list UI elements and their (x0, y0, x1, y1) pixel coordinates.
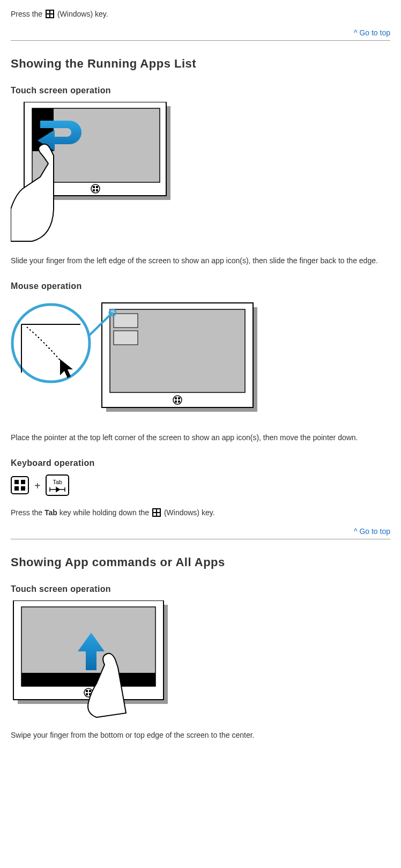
kb-tab: Tab (44, 508, 57, 517)
svg-rect-18 (114, 331, 138, 345)
windows-key-icon (11, 476, 29, 496)
figure-touch-swipe-up (11, 600, 390, 720)
text-windows-key: (Windows) key. (55, 10, 108, 18)
svg-rect-20 (175, 397, 177, 399)
svg-rect-17 (114, 314, 138, 328)
section1-mouse-heading: Mouse operation (11, 281, 390, 291)
kb-hold: key while holding down the (57, 508, 151, 517)
svg-rect-27 (11, 477, 28, 494)
svg-rect-4 (50, 14, 53, 17)
section1-mouse-text: Place the pointer at the top left corner… (11, 432, 390, 443)
svg-rect-42 (21, 673, 155, 686)
svg-point-19 (173, 396, 182, 404)
svg-rect-37 (153, 513, 156, 516)
svg-rect-11 (96, 186, 98, 188)
svg-rect-32 (46, 475, 69, 495)
svg-rect-22 (175, 400, 177, 403)
windows-icon (46, 10, 54, 18)
svg-rect-30 (14, 486, 19, 491)
svg-rect-10 (93, 186, 95, 188)
section1-title: Showing the Running Apps List (11, 57, 390, 71)
figure-touch-swipe-left (11, 102, 390, 246)
svg-rect-1 (47, 11, 49, 13)
svg-rect-23 (178, 400, 180, 403)
svg-rect-2 (50, 11, 53, 13)
section1-keyboard-heading: Keyboard operation (11, 458, 390, 468)
svg-rect-35 (153, 509, 156, 512)
section2-title: Showing App commands or All Apps (11, 555, 390, 569)
svg-rect-44 (86, 690, 88, 692)
svg-point-9 (91, 184, 100, 193)
svg-rect-13 (96, 189, 98, 191)
section1-keyboard-text: Press the Tab key while holding down the… (11, 507, 390, 518)
svg-rect-36 (157, 509, 160, 512)
go-to-top-link[interactable]: ^ Go to top (11, 24, 390, 41)
svg-rect-38 (157, 513, 160, 516)
text-press-the: Press the (11, 10, 44, 18)
intro-line: Press the (Windows) key. (11, 9, 390, 20)
section1-touch-text: Slide your finger from the left edge of … (11, 255, 390, 266)
section2-touch-text: Swipe your finger from the bottom or top… (11, 730, 390, 741)
svg-rect-21 (178, 397, 180, 399)
section1-touch-heading: Touch screen operation (11, 86, 390, 95)
plus-sign: + (34, 480, 41, 492)
kb-win: (Windows) key. (162, 508, 215, 517)
svg-text:Tab: Tab (53, 479, 63, 485)
figure-keyboard-win-tab: + Tab (11, 474, 390, 498)
svg-rect-3 (47, 14, 49, 17)
svg-rect-28 (14, 480, 19, 484)
kb-press: Press the (11, 508, 44, 517)
section2-touch-heading: Touch screen operation (11, 584, 390, 594)
svg-rect-29 (21, 480, 25, 484)
figure-mouse-top-left (11, 298, 390, 422)
svg-rect-45 (89, 690, 91, 692)
svg-point-24 (12, 305, 90, 382)
go-to-top-link[interactable]: ^ Go to top (11, 523, 390, 539)
windows-icon (152, 508, 161, 517)
tab-key-icon: Tab (46, 474, 69, 498)
svg-rect-12 (93, 189, 95, 191)
svg-rect-46 (86, 693, 88, 695)
svg-rect-31 (21, 486, 25, 491)
